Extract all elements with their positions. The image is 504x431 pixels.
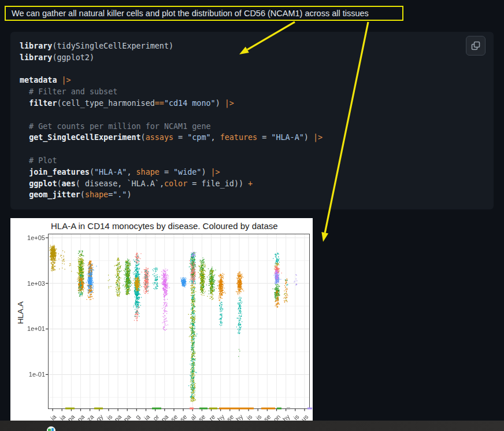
y-tick-label: 1e+05	[21, 234, 45, 241]
code-content: library(tidySingleCellExperiment)library…	[20, 40, 484, 201]
y-tick-label: 1e+01	[21, 325, 45, 332]
plot-image: HLA-A in CD14 monocytes by disease. Colo…	[10, 218, 313, 421]
annotation-callout: We can gather all natural killer cells a…	[5, 6, 403, 21]
copy-icon	[471, 41, 480, 50]
taskbar	[0, 421, 504, 431]
page: We can gather all natural killer cells a…	[0, 0, 504, 431]
y-tick-label: 1e+03	[21, 280, 45, 287]
chart-canvas	[10, 218, 313, 421]
copy-button[interactable]	[466, 36, 486, 56]
taskbar-app-icon[interactable]	[47, 426, 55, 431]
code-block: library(tidySingleCellExperiment)library…	[10, 32, 494, 209]
y-tick-label: 1e-01	[21, 371, 45, 378]
annotation-text: We can gather all natural killer cells a…	[12, 9, 369, 18]
